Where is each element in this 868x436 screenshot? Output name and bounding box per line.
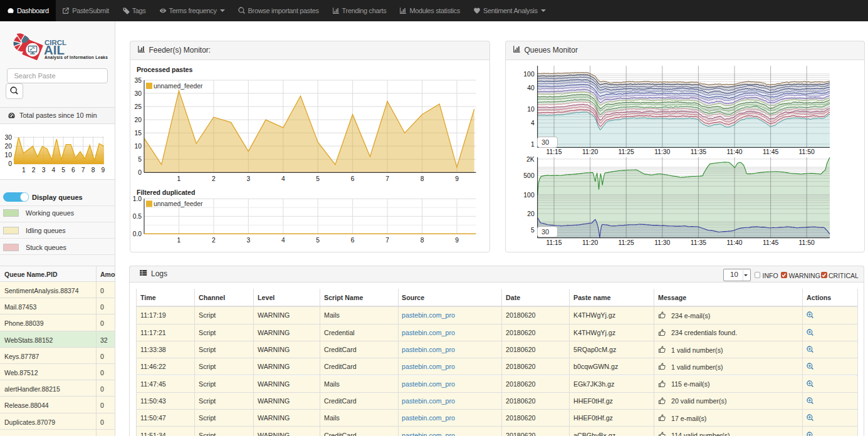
- svg-text:9: 9: [455, 175, 459, 182]
- svg-text:20: 20: [135, 117, 142, 123]
- svg-text:4: 4: [281, 175, 285, 182]
- svg-text:2K: 2K: [526, 156, 535, 163]
- svg-text:2: 2: [212, 175, 216, 182]
- svg-text:35: 35: [135, 77, 142, 84]
- svg-text:11:20: 11:20: [582, 239, 598, 246]
- svg-text:6: 6: [71, 167, 75, 174]
- svg-text:100: 100: [523, 71, 535, 78]
- svg-text:5: 5: [316, 237, 320, 244]
- svg-text:5: 5: [316, 175, 320, 182]
- svg-text:1: 1: [22, 167, 26, 174]
- svg-text:9: 9: [101, 167, 105, 174]
- svg-text:1.0: 1.0: [133, 195, 142, 202]
- svg-text:0.5: 0.5: [133, 213, 142, 220]
- svg-text:100: 100: [523, 192, 535, 199]
- svg-text:11:30: 11:30: [654, 239, 670, 246]
- svg-text:3: 3: [246, 175, 250, 182]
- svg-text:11:25: 11:25: [619, 239, 634, 246]
- svg-text:3: 3: [246, 237, 250, 244]
- svg-text:4: 4: [281, 237, 285, 244]
- svg-text:0.0: 0.0: [133, 231, 142, 237]
- svg-text:2: 2: [32, 167, 36, 174]
- svg-text:1: 1: [177, 237, 181, 244]
- svg-text:5: 5: [531, 227, 535, 234]
- svg-text:8: 8: [92, 167, 95, 174]
- svg-text:8: 8: [421, 175, 424, 182]
- svg-text:10: 10: [527, 106, 535, 113]
- svg-text:40: 40: [527, 85, 535, 91]
- svg-text:4: 4: [531, 120, 535, 127]
- svg-text:20: 20: [527, 210, 535, 217]
- svg-text:Analysis of Information Leaks: Analysis of Information Leaks: [44, 55, 108, 60]
- svg-text:5: 5: [138, 156, 142, 163]
- svg-text:0: 0: [138, 169, 142, 176]
- svg-text:500: 500: [523, 172, 535, 179]
- svg-text:11:15: 11:15: [546, 239, 562, 246]
- svg-text:11:40: 11:40: [726, 239, 742, 246]
- svg-text:7: 7: [385, 237, 389, 244]
- svg-text:10: 10: [5, 152, 13, 158]
- svg-text:15: 15: [135, 130, 142, 137]
- svg-text:0: 0: [8, 160, 12, 167]
- svg-text:7: 7: [385, 175, 389, 182]
- svg-text:4: 4: [51, 167, 55, 174]
- svg-text:7: 7: [81, 167, 85, 174]
- svg-text:25: 25: [135, 103, 142, 110]
- svg-text:30: 30: [5, 134, 13, 141]
- svg-text:1: 1: [177, 175, 181, 182]
- svg-text:8: 8: [421, 237, 424, 244]
- svg-text:3: 3: [42, 167, 46, 174]
- svg-text:2: 2: [212, 237, 216, 244]
- svg-text:20: 20: [5, 143, 13, 150]
- svg-text:11:45: 11:45: [763, 239, 778, 246]
- svg-text:6: 6: [351, 175, 355, 182]
- svg-text:11:50: 11:50: [799, 239, 815, 246]
- svg-text:9: 9: [455, 237, 459, 244]
- svg-text:unnamed_feeder: unnamed_feeder: [154, 200, 203, 207]
- svg-text:10: 10: [135, 143, 142, 150]
- svg-text:6: 6: [351, 237, 355, 244]
- svg-text:11:35: 11:35: [691, 239, 706, 246]
- svg-text:unnamed_feeder: unnamed_feeder: [154, 83, 203, 90]
- svg-text:1: 1: [531, 141, 535, 148]
- svg-text:30: 30: [135, 90, 142, 97]
- svg-text:5: 5: [61, 167, 65, 174]
